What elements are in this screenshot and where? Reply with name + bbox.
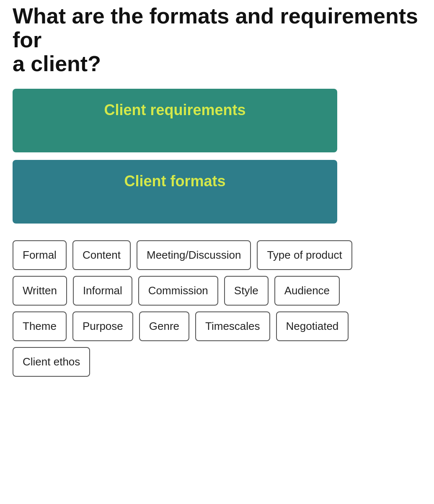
client-formats-card: Client formats [13,160,337,224]
tag-formal[interactable]: Formal [13,240,67,270]
tag-type-of-product[interactable]: Type of product [257,240,352,270]
tag-negotiated[interactable]: Negotiated [276,311,349,341]
tag-informal[interactable]: Informal [73,276,132,306]
client-requirements-card: Client requirements [13,89,337,152]
tag-content[interactable]: Content [72,240,131,270]
tag-style[interactable]: Style [224,276,269,306]
tag-audience[interactable]: Audience [274,276,340,306]
page-title: What are the formats and requirements fo… [13,0,421,89]
tags-container: Formal Content Meeting/Discussion Type o… [13,240,356,377]
tag-theme[interactable]: Theme [13,311,67,341]
tag-written[interactable]: Written [13,276,67,306]
client-formats-title: Client formats [124,172,225,190]
client-requirements-title: Client requirements [104,101,245,118]
tag-purpose[interactable]: Purpose [72,311,133,341]
tag-meeting-discussion[interactable]: Meeting/Discussion [137,240,251,270]
tag-genre[interactable]: Genre [139,311,189,341]
tag-commission[interactable]: Commission [138,276,218,306]
tag-client-ethos[interactable]: Client ethos [13,347,90,377]
tag-timescales[interactable]: Timescales [195,311,270,341]
